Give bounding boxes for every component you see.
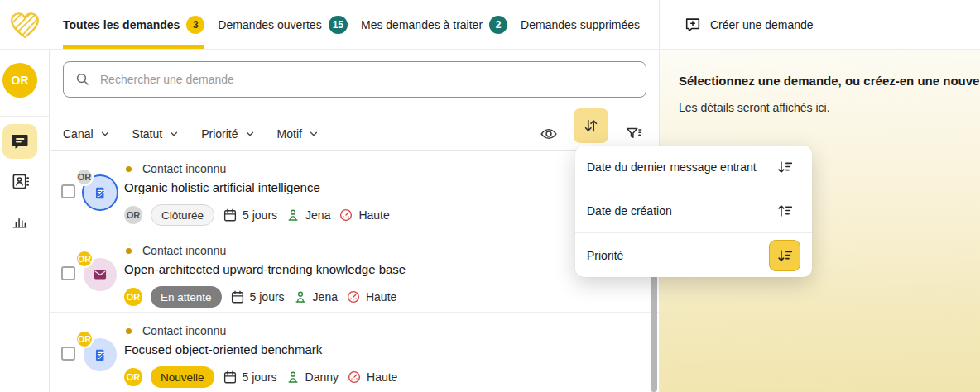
sort-icon <box>582 117 600 135</box>
ticket-agent: Jena <box>286 208 330 222</box>
search-box[interactable] <box>63 61 646 98</box>
gauge-icon <box>347 370 362 385</box>
unread-dot-icon <box>126 328 132 334</box>
unread-dot-icon <box>126 248 132 254</box>
ticket-checkbox[interactable] <box>61 266 75 280</box>
tab-label: Demandes supprimées <box>521 18 640 31</box>
tab-mes-demandes-a-traiter[interactable]: Mes demandes à traiter2 <box>361 0 507 49</box>
sidebar-item-conversations[interactable] <box>2 124 37 159</box>
avatar-initials-badge: OR <box>75 168 94 186</box>
create-request-label: Créer une demande <box>710 18 814 31</box>
ticket-title: Open-architected upward-trending knowled… <box>124 262 406 279</box>
ticket-content: Contact inconnuOrganic holistic artifici… <box>124 161 390 226</box>
filter-motif[interactable]: Motif <box>277 127 319 141</box>
ticket-rows: ORContact inconnuOrganic holistic artifi… <box>50 150 659 392</box>
avatar-initials-badge: OR <box>75 330 94 348</box>
contact-card-icon <box>11 172 30 191</box>
scrollbar-thumb[interactable] <box>651 273 657 392</box>
tab-label: Mes demandes à traiter <box>361 18 483 31</box>
sidebar-divider <box>0 116 49 117</box>
app-logo[interactable] <box>0 0 50 49</box>
doc-edit-icon <box>93 347 108 363</box>
filter-priorite[interactable]: Priorité <box>201 127 255 141</box>
bar-chart-icon <box>11 212 29 230</box>
tab-count-badge: 3 <box>186 16 204 34</box>
tab-demandes-supprimees[interactable]: Demandes supprimées <box>521 0 640 49</box>
ticket-contact-line: Contact inconnu <box>124 161 390 176</box>
ticket-agent: Jena <box>293 289 338 304</box>
chevron-down-icon <box>99 128 111 140</box>
tab-toutes-les-demandes[interactable]: Toutes les demandes3 <box>63 0 204 49</box>
sidebar-nav <box>2 124 37 238</box>
top-bar: Toutes les demandes3Demandes ouvertes15M… <box>0 0 980 50</box>
search-input[interactable] <box>98 72 634 87</box>
detail-title: Sélectionnez une demande, ou créez-en un… <box>679 74 980 88</box>
filter-bar: CanalStatutPrioritéMotif <box>63 116 319 152</box>
status-badge: Nouvelle <box>151 366 214 388</box>
sort-direction-button[interactable] <box>769 240 800 271</box>
sort-direction-button[interactable] <box>769 195 800 227</box>
doc-edit-icon <box>93 185 108 201</box>
agent-icon <box>286 370 300 385</box>
ticket-row[interactable]: ORContact inconnuOrganic holistic artifi… <box>50 151 659 232</box>
sort-option-date-de-creation[interactable]: Date de création <box>575 189 812 233</box>
ticket-checkbox[interactable] <box>61 347 75 361</box>
ticket-agent-label: Danny <box>305 370 339 384</box>
unread-dot-icon <box>126 166 132 172</box>
request-list-panel: CanalStatutPrioritéMotif ORContact incon… <box>50 49 660 392</box>
ticket-contact: Contact inconnu <box>142 162 226 175</box>
eye-icon <box>540 125 558 143</box>
agent-icon <box>293 289 308 304</box>
header-divider <box>659 0 660 49</box>
tab-demandes-ouvertes[interactable]: Demandes ouvertes15 <box>218 0 348 49</box>
status-badge: Clôturée <box>151 204 214 226</box>
ticket-age: 5 jours <box>223 208 277 222</box>
sort-button[interactable] <box>574 108 608 143</box>
ticket-agent: Danny <box>286 370 339 385</box>
ticket-age: 5 jours <box>230 289 285 304</box>
ticket-contact-line: Contact inconnu <box>124 323 397 338</box>
sort-desc-icon <box>776 158 794 176</box>
sort-option-label: Date de création <box>587 204 672 218</box>
sidebar: OR <box>0 49 50 392</box>
ticket-title: Focused object-oriented benchmark <box>124 342 397 359</box>
gauge-icon <box>346 289 361 304</box>
sort-direction-button[interactable] <box>769 151 800 183</box>
ticket-priority-label: Haute <box>367 370 397 384</box>
tab-count-badge: 15 <box>329 16 348 34</box>
envelope-icon <box>92 266 108 283</box>
sort-option-priorite[interactable]: Priorité <box>575 233 812 277</box>
calendar-icon <box>223 208 238 222</box>
tab-label: Toutes les demandes <box>63 18 180 31</box>
filter-label: Priorité <box>201 127 238 141</box>
calendar-icon <box>223 370 238 385</box>
ticket-contact: Contact inconnu <box>142 324 226 337</box>
channel-avatar: OR <box>84 338 117 371</box>
ticket-priority: Haute <box>346 289 396 304</box>
view-button[interactable] <box>534 119 564 149</box>
ticket-checkbox[interactable] <box>61 184 75 198</box>
search-icon <box>75 72 90 87</box>
ticket-row[interactable]: ORContact inconnuFocused object-oriented… <box>50 313 659 392</box>
sort-menu: Date du dernier message entrantDate de c… <box>575 146 812 277</box>
filter-canal[interactable]: Canal <box>63 127 111 141</box>
sort-option-label: Date du dernier message entrant <box>587 160 757 174</box>
user-avatar[interactable]: OR <box>2 63 37 98</box>
sidebar-item-stats[interactable] <box>2 203 37 238</box>
create-request-button[interactable]: Créer une demande <box>679 0 819 49</box>
ticket-row[interactable]: ORContact inconnuOpen-architected upward… <box>50 232 659 313</box>
sidebar-item-contacts[interactable] <box>2 164 37 198</box>
ticket-contact: Contact inconnu <box>142 244 226 257</box>
app: Toutes les demandes3Demandes ouvertes15M… <box>0 0 980 392</box>
filter-label: Statut <box>132 127 163 141</box>
filter-button[interactable] <box>619 119 649 149</box>
filter-statut[interactable]: Statut <box>132 127 180 141</box>
ticket-title: Organic holistic artificial intelligence <box>124 180 390 197</box>
sort-desc-icon <box>776 246 794 265</box>
sort-option-date-du-dernier-message-entrant[interactable]: Date du dernier message entrant <box>575 146 812 189</box>
agent-icon <box>286 208 300 222</box>
assignee-initials-badge: OR <box>124 368 142 386</box>
detail-subtitle: Les détails seront affichés ici. <box>679 101 830 114</box>
gauge-icon <box>339 208 353 222</box>
ticket-age-label: 5 jours <box>250 290 285 304</box>
